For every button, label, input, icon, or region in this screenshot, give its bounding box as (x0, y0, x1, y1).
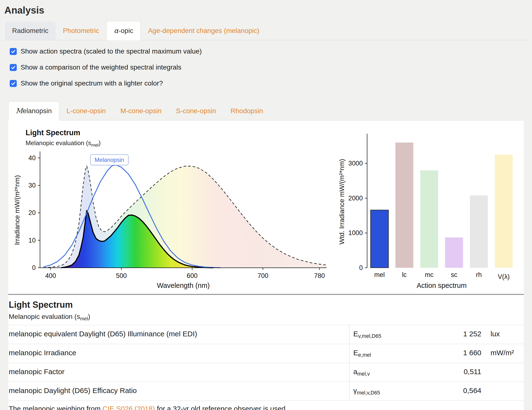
svg-text:Irradiance mW/(m²*nm): Irradiance mW/(m²*nm) (13, 175, 21, 245)
svg-text:10: 10 (28, 237, 36, 244)
row-unit: lux (481, 325, 524, 344)
svg-text:V(λ): V(λ) (498, 273, 509, 280)
row-label: melanopic Factor (8, 363, 349, 382)
svg-text:mc: mc (425, 271, 434, 279)
results-title: Light Spectrum (9, 300, 522, 310)
tab-s-cone-opsin[interactable]: S-cone-opsin (169, 102, 223, 120)
svg-text:30: 30 (28, 182, 36, 189)
svg-text:rh: rh (476, 271, 482, 279)
opsin-tab-bar: Melanopsin L-cone-opsin M-cone-opsin S-c… (8, 101, 524, 121)
row-label: melanopic Irradiance (8, 344, 349, 363)
weighted-irradiance-bar-chart: 0100020003000mellcmcscrhV(λ)Action spect… (336, 125, 521, 292)
checkbox-label: Show a comparison of the weighted spectr… (21, 64, 181, 71)
svg-text:Wtd. Irradiance mW/(m²*nm): Wtd. Irradiance mW/(m²*nm) (338, 159, 345, 244)
table-row: melanopic equivalent Daylight (D65) Illu… (8, 325, 524, 344)
tab-radiometric[interactable]: Radiometric (5, 22, 56, 40)
page-title: Analysis (4, 5, 528, 16)
tab-age-dependent-changes[interactable]: Age-dependent changes (melanopic) (141, 22, 266, 40)
row-unit (481, 382, 524, 401)
table-row: melanopic Daylight (D65) Efficacy Ratio … (8, 382, 524, 401)
svg-text:1000: 1000 (348, 229, 363, 236)
svg-text:mel: mel (374, 271, 385, 279)
row-symbol: amel,v (349, 363, 424, 382)
checkbox-show-action-spectra[interactable]: Show action spectra (scaled to the spect… (10, 47, 527, 55)
chart-panel: 400500600700780010203040Wavelength (nm)I… (8, 121, 524, 294)
svg-text:20: 20 (28, 209, 36, 216)
checkbox-show-original-spectrum[interactable]: Show the original spectrum with a lighte… (10, 79, 527, 87)
svg-text:400: 400 (45, 272, 56, 280)
row-value: 0,511 (424, 363, 481, 382)
svg-text:sc: sc (451, 271, 457, 279)
svg-text:0: 0 (32, 264, 36, 271)
svg-text:Melanopic evaluation (smel): Melanopic evaluation (smel) (26, 140, 101, 148)
spectrum-line-chart: 400500600700780010203040Wavelength (nm)I… (12, 125, 336, 292)
svg-text:Wavelength (nm): Wavelength (nm) (157, 282, 210, 289)
svg-text:Action spectrum: Action spectrum (417, 282, 466, 289)
row-unit: mW/m² (481, 344, 524, 363)
row-symbol: Ee,mel (349, 344, 424, 363)
row-value: 1 252 (424, 325, 481, 344)
svg-text:lc: lc (402, 271, 406, 279)
tab-m-cone-opsin[interactable]: M-cone-opsin (113, 102, 169, 120)
svg-text:0: 0 (359, 264, 363, 271)
checkbox-checked-icon[interactable] (10, 48, 17, 55)
svg-text:500: 500 (116, 272, 127, 280)
row-unit (481, 363, 524, 382)
svg-text:2000: 2000 (348, 195, 363, 202)
row-symbol: γmel,v,D65 (349, 382, 424, 401)
tab-melanopsin[interactable]: Melanopsin (8, 101, 59, 121)
table-row: melanopic Irradiance Ee,mel 1 660 mW/m² (8, 344, 524, 363)
svg-text:700: 700 (257, 272, 268, 280)
svg-text:600: 600 (187, 272, 198, 280)
checkbox-checked-icon[interactable] (10, 64, 17, 71)
svg-text:40: 40 (28, 154, 36, 162)
row-label: melanopic Daylight (D65) Efficacy Ratio (8, 382, 349, 401)
table-footnote: The melanopic weighing from CIE S026 (20… (8, 401, 524, 410)
results-table-section: Light Spectrum Melanopic evaluation (sme… (8, 294, 524, 410)
row-value: 0,564 (424, 382, 481, 401)
checkbox-label: Show the original spectrum with a lighte… (21, 79, 163, 87)
options-section: Show action spectra (scaled to the spect… (4, 40, 528, 98)
svg-text:Melanopsin: Melanopsin (95, 157, 124, 163)
svg-text:Light Spectrum: Light Spectrum (26, 128, 80, 137)
results-subtitle: Melanopic evaluation (smel) (9, 313, 522, 322)
row-label: melanopic equivalent Daylight (D65) Illu… (8, 325, 349, 344)
svg-text:3000: 3000 (348, 160, 363, 167)
tab-photometric[interactable]: Photometric (56, 22, 106, 40)
row-symbol: Ev,mel,D65 (349, 325, 424, 344)
tab-l-cone-opsin[interactable]: L-cone-opsin (59, 102, 113, 120)
checkbox-checked-icon[interactable] (10, 80, 17, 87)
table-row: melanopic Factor amel,v 0,511 (8, 363, 524, 382)
checkbox-show-comparison[interactable]: Show a comparison of the weighted spectr… (10, 64, 527, 71)
main-tab-bar: Radiometric Photometric α-opic Age-depen… (4, 21, 528, 40)
tab-alpha-opic[interactable]: α-opic (106, 21, 141, 40)
checkbox-label: Show action spectra (scaled to the spect… (21, 47, 202, 55)
tab-rhodopsin[interactable]: Rhodopsin (223, 102, 270, 120)
cie-s026-link[interactable]: CIE S026 (2018) (103, 405, 155, 410)
svg-text:780: 780 (314, 272, 325, 280)
analysis-page: Analysis Radiometric Photometric α-opic … (0, 0, 532, 410)
row-value: 1 660 (424, 344, 481, 363)
